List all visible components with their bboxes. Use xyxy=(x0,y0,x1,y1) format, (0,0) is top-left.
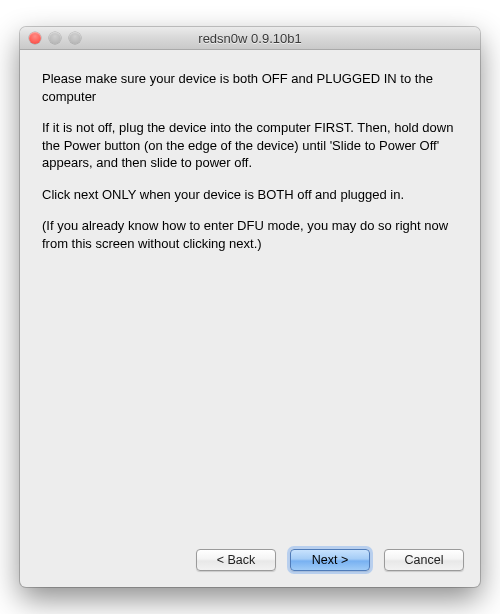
content-area: Please make sure your device is both OFF… xyxy=(20,50,480,539)
instruction-paragraph: Click next ONLY when your device is BOTH… xyxy=(42,186,458,204)
back-button[interactable]: < Back xyxy=(196,549,276,571)
instruction-paragraph: If it is not off, plug the device into t… xyxy=(42,119,458,172)
cancel-button[interactable]: Cancel xyxy=(384,549,464,571)
app-window: redsn0w 0.9.10b1 Please make sure your d… xyxy=(20,27,480,587)
instruction-paragraph: Please make sure your device is both OFF… xyxy=(42,70,458,105)
traffic-lights xyxy=(20,32,81,44)
instruction-text: Please make sure your device is both OFF… xyxy=(42,70,458,529)
maximize-icon xyxy=(69,32,81,44)
next-button[interactable]: Next > xyxy=(290,549,370,571)
window-title: redsn0w 0.9.10b1 xyxy=(20,31,480,46)
close-icon[interactable] xyxy=(29,32,41,44)
titlebar[interactable]: redsn0w 0.9.10b1 xyxy=(20,27,480,50)
minimize-icon xyxy=(49,32,61,44)
instruction-paragraph: (If you already know how to enter DFU mo… xyxy=(42,217,458,252)
button-bar: < Back Next > Cancel xyxy=(20,539,480,587)
